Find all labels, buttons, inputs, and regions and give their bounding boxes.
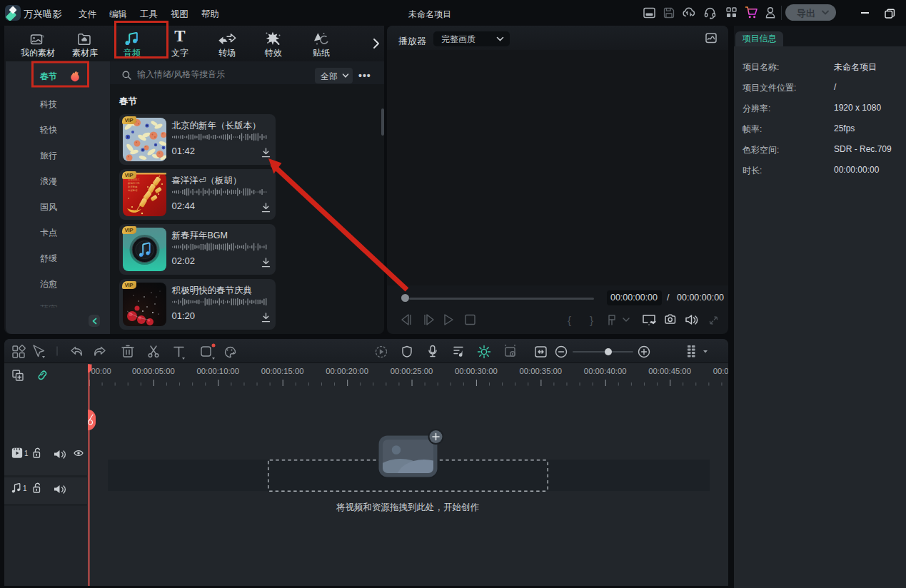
svg-text:1: 1 [24,450,29,457]
svg-text:{: { [568,314,571,326]
svg-text:}: } [590,314,593,326]
svg-text:板胡与乐队: 板胡与乐队 [127,181,141,185]
svg-text:1: 1 [23,485,27,492]
svg-text:欢庆新春: 欢庆新春 [128,185,138,188]
svg-text:恭贺新禧: 恭贺新禧 [128,189,138,192]
